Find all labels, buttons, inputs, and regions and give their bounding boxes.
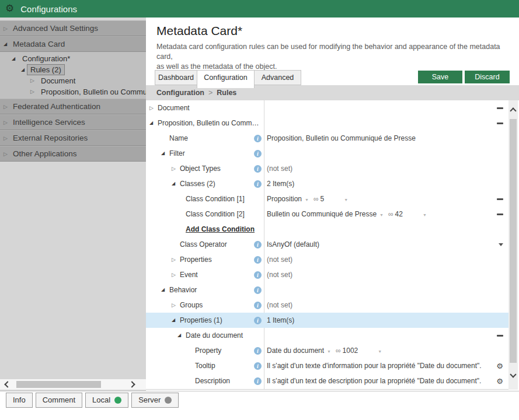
- grid-row-label: Behavior: [169, 282, 197, 298]
- picker-value[interactable]: Bulletin ou Communiqué de Presse: [267, 210, 377, 218]
- grid-row-document[interactable]: ▷Document: [146, 100, 508, 116]
- grid-row-label: Tooltip: [195, 358, 215, 373]
- grid-row-label: Property: [195, 343, 221, 358]
- collapsed-expander-icon[interactable]: ▷: [4, 21, 8, 36]
- picker-id[interactable]: 1002: [343, 346, 358, 355]
- discard-button[interactable]: Discard: [465, 71, 510, 83]
- grid-row-value: Proposition▼∞5▼: [267, 191, 351, 208]
- vertical-scrollbar[interactable]: [508, 100, 518, 390]
- sidebar-item-other-applications[interactable]: ▷Other Applications: [0, 146, 146, 162]
- expanded-expander-icon[interactable]: ◢: [161, 146, 165, 161]
- sidebar-tree-item-configuration[interactable]: ◢Configuration*: [0, 53, 146, 64]
- sidebar-item-intelligence-services[interactable]: ▷Intelligence Services: [0, 114, 146, 130]
- statusbar-tab-local[interactable]: Local: [85, 393, 128, 408]
- statusbar-tab-comment[interactable]: Comment: [36, 393, 82, 408]
- sidebar-tree-item-proposition-bulletin-ou-communiqu-de-presse[interactable]: ▷Proposition, Bulletin ou Communiqué de …: [0, 86, 146, 97]
- collapsed-expander-icon[interactable]: ▷: [149, 100, 154, 116]
- collapsed-expander-icon[interactable]: ▷: [30, 75, 34, 86]
- collapsed-expander-icon[interactable]: ▷: [172, 267, 176, 282]
- grid-row-class-condition-1[interactable]: Class Condition [1]Proposition▼∞5▼: [146, 191, 508, 206]
- grid-row-date-du-document[interactable]: ◢Date du document: [146, 328, 508, 343]
- dropdown-icon[interactable]: ▼: [379, 213, 384, 217]
- sidebar-tree-item-document[interactable]: ▷Document: [0, 75, 146, 86]
- statusbar-tab-info[interactable]: Info: [6, 393, 33, 408]
- grid-row-classes-2[interactable]: ◢Classes (2)i2 Item(s): [146, 176, 508, 191]
- collapsed-expander-icon[interactable]: ▷: [4, 131, 8, 146]
- dropdown-icon[interactable]: ▼: [378, 349, 382, 354]
- collapsed-expander-icon[interactable]: ▷: [4, 99, 8, 114]
- collapsed-expander-icon[interactable]: ▷: [4, 115, 8, 130]
- sidebar-item-federated-authentication[interactable]: ▷Federated Authentication: [0, 99, 146, 114]
- collapsed-expander-icon[interactable]: ▷: [172, 252, 176, 267]
- scroll-right-icon[interactable]: [128, 381, 135, 387]
- remove-row-button[interactable]: [497, 335, 503, 337]
- grid-row-description[interactable]: DescriptioniIl s'agit d'un text de descr…: [146, 373, 508, 388]
- collapsed-expander-icon[interactable]: ▷: [30, 86, 34, 97]
- expanded-expander-icon[interactable]: ◢: [4, 37, 7, 52]
- breadcrumb-item-configuration[interactable]: Configuration: [156, 89, 204, 97]
- sidebar-item-advanced-vault-settings[interactable]: ▷Advanced Vault Settings: [0, 20, 146, 36]
- sidebar-item-external-repositories[interactable]: ▷External Repositories: [0, 130, 146, 146]
- sidebar-item-metadata-card[interactable]: ◢Metadata Card: [0, 36, 146, 52]
- dropdown-icon[interactable]: ▼: [305, 198, 309, 202]
- scroll-up-icon[interactable]: [510, 107, 516, 114]
- tab-dashboard[interactable]: Dashboard: [155, 70, 197, 85]
- grid-row-groups[interactable]: ▷Groupsi(not set): [146, 298, 508, 313]
- expanded-expander-icon[interactable]: ◢: [149, 116, 153, 131]
- grid-row-class-operator[interactable]: Class OperatoriIsAnyOf (default): [146, 237, 508, 252]
- grid-row-proposition-bulletin-ou-communiqu-de-presse[interactable]: ◢Proposition, Bulletin ou Communiqué de …: [146, 116, 508, 131]
- scroll-down-icon[interactable]: [510, 371, 516, 377]
- remove-row-button[interactable]: [497, 107, 503, 109]
- save-button[interactable]: Save: [418, 71, 462, 83]
- picker-id[interactable]: 5: [321, 195, 325, 203]
- expanded-expander-icon[interactable]: ◢: [161, 282, 165, 298]
- grid-row-filter[interactable]: ◢Filteri: [146, 146, 508, 161]
- settings-gear-icon[interactable]: ⚙: [496, 362, 503, 370]
- settings-gear-icon[interactable]: ⚙: [496, 377, 503, 386]
- grid-row-event[interactable]: ▷Eventi(not set): [146, 267, 508, 282]
- remove-row-button[interactable]: [497, 214, 503, 215]
- horizontal-scroll-thumb[interactable]: [16, 381, 101, 388]
- breadcrumb-item-rules[interactable]: Rules: [217, 89, 236, 97]
- value-text: (not set): [267, 271, 292, 279]
- grid-row-class-condition-2[interactable]: Class Condition [2]Bulletin ou Communiqu…: [146, 206, 508, 222]
- grid-row-value: 1 Item(s): [267, 313, 294, 328]
- scroll-left-icon[interactable]: [4, 381, 11, 387]
- expanded-expander-icon[interactable]: ◢: [177, 328, 181, 343]
- vertical-scroll-thumb[interactable]: [510, 119, 517, 363]
- remove-row-button[interactable]: [497, 198, 503, 200]
- statusbar-tab-server[interactable]: Server: [131, 393, 179, 408]
- expanded-expander-icon[interactable]: ◢: [172, 313, 175, 328]
- dropdown-icon[interactable]: ▼: [344, 198, 348, 202]
- add-class-condition-link[interactable]: Add Class Condition: [186, 222, 255, 237]
- grid-row-behavior[interactable]: ◢Behaviori: [146, 282, 508, 298]
- sidebar-tree-item-rules-2[interactable]: ◢Rules (2): [0, 64, 146, 75]
- grid-row-value: (not set): [267, 161, 292, 176]
- dropdown-icon[interactable]: ▼: [423, 213, 427, 217]
- collapsed-expander-icon[interactable]: ▷: [4, 146, 8, 162]
- grid-row-tooltip[interactable]: TooltipiIl s'agit d'un texte d'informati…: [146, 358, 508, 373]
- picker-value[interactable]: Date du document: [267, 346, 324, 355]
- grid-row-property[interactable]: PropertyiDate du document▼∞1002▼: [146, 343, 508, 358]
- remove-row-button[interactable]: [497, 123, 503, 124]
- tab-advanced[interactable]: Advanced: [254, 70, 301, 85]
- grid-row-value: Proposition, Bulletin ou Communiqué de P…: [267, 131, 416, 146]
- expanded-expander-icon[interactable]: ◢: [12, 53, 15, 64]
- grid-row-properties[interactable]: ▷Propertiesi(not set): [146, 252, 508, 267]
- grid-row-name[interactable]: NameiProposition, Bulletin ou Communiqué…: [146, 131, 508, 146]
- grid-row-object-types[interactable]: ▷Object Typesi(not set): [146, 161, 508, 176]
- dropdown-icon[interactable]: ▼: [327, 349, 331, 354]
- grid-row-add-class-condition[interactable]: Add Class Condition: [146, 222, 508, 237]
- horizontal-scrollbar[interactable]: [0, 379, 146, 390]
- info-icon: i: [254, 256, 262, 264]
- picker-id[interactable]: 42: [395, 210, 403, 218]
- dropdown-icon[interactable]: [499, 243, 503, 246]
- collapsed-expander-icon[interactable]: ▷: [172, 298, 176, 313]
- expanded-expander-icon[interactable]: ◢: [172, 176, 175, 191]
- expanded-expander-icon[interactable]: ◢: [21, 64, 25, 75]
- grid-row-properties-1[interactable]: ◢Properties (1)i1 Item(s): [146, 313, 508, 328]
- picker-value[interactable]: Proposition: [267, 195, 302, 203]
- tab-configuration[interactable]: Configuration: [197, 70, 255, 88]
- collapsed-expander-icon[interactable]: ▷: [172, 161, 176, 176]
- sidebar-item-label: Other Applications: [13, 146, 77, 162]
